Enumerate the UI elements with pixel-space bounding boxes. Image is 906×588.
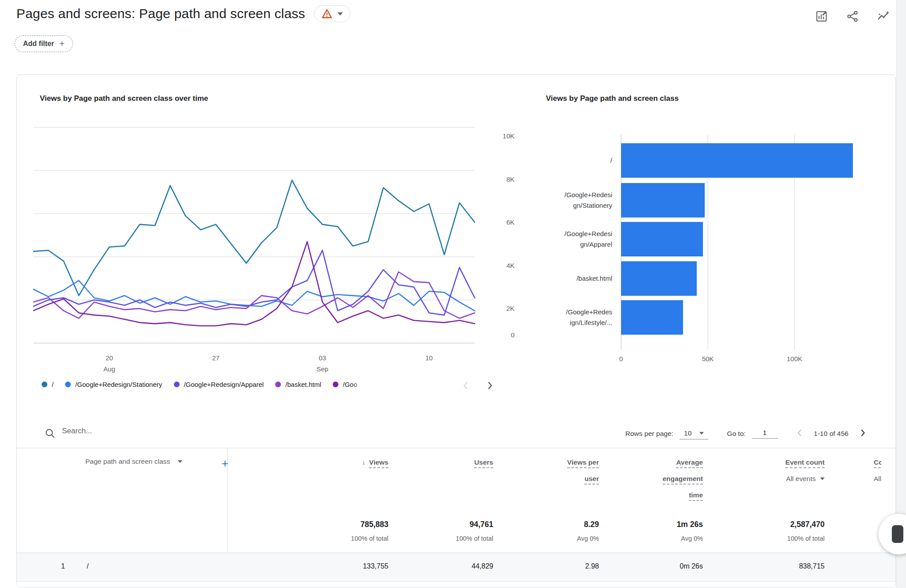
page-title: Pages and screens: Page path and screen … [16, 6, 305, 21]
legend-item[interactable]: /basket.html [275, 381, 321, 388]
legend-item[interactable]: /Google+Redesign/Apparel [174, 381, 264, 388]
line-chart [33, 119, 480, 367]
column-header-conversions[interactable]: Conversions All events [874, 454, 881, 487]
page-prev-button[interactable] [795, 428, 805, 440]
line-series [33, 281, 475, 311]
scrollbar-track[interactable] [896, 0, 906, 588]
line-chart-legend: //Google+Redesign/Stationery/Google+Rede… [42, 381, 365, 388]
row-users: 44,829 [472, 562, 493, 570]
column-header-users[interactable]: Users [474, 454, 493, 470]
bar [621, 300, 683, 335]
bar-category-label: /Google+Redesign/Lifestyle/... [566, 307, 612, 328]
rows-per-page-value: 10 [684, 429, 691, 437]
row-views: 133,755 [363, 562, 388, 570]
bar-category-label: /Google+Redesign/Stationery [564, 190, 612, 211]
table-search-row: Rows per page: 10 Go to: 1-10 of 456 [17, 420, 895, 448]
x-axis-tick: 20Aug [92, 352, 127, 374]
data-quality-button[interactable] [314, 5, 350, 22]
chevron-down-icon [820, 477, 825, 480]
table-pagination-controls: Rows per page: 10 Go to: 1-10 of 456 [626, 420, 868, 448]
go-to-label: Go to: [727, 430, 745, 438]
bar [621, 261, 697, 296]
ga4-pages-and-screens-report: Pages and screens: Page path and screen … [0, 0, 906, 588]
bar [621, 183, 705, 218]
chevron-down-icon [699, 432, 704, 435]
bar-category-label: /basket.html [576, 273, 612, 284]
y-axis-tick: 2K [479, 305, 514, 312]
report-header: Pages and screens: Page path and screen … [16, 5, 350, 22]
legend-item[interactable]: / [42, 381, 54, 388]
chevron-right-icon [484, 380, 495, 391]
report-card: Views by Page path and screen class over… [16, 74, 896, 588]
legend-item[interactable]: /Google+Redesign/Stationery [65, 381, 162, 388]
legend-label: /basket.html [285, 381, 321, 388]
x-axis-tick: 03Sep [305, 352, 340, 374]
plus-icon: + [59, 41, 65, 47]
totals-avg-engagement: 1m 26sAvg 0% [677, 520, 703, 542]
pagination-range: 1-10 of 456 [814, 430, 848, 438]
event-filter-label: All events [786, 470, 816, 487]
users-header-label: Users [474, 458, 493, 468]
y-axis-tick: 8K [479, 176, 514, 183]
legend-dot-icon [42, 382, 47, 387]
customize-report-button[interactable] [815, 10, 828, 23]
page-next-button[interactable] [857, 428, 868, 440]
add-secondary-dimension-button[interactable]: + [222, 457, 228, 470]
sort-descending-icon: ↓ [362, 458, 366, 466]
bar [621, 222, 703, 256]
chevron-down-icon [178, 460, 182, 463]
totals-users: 94,761100% of total [456, 520, 493, 542]
share-icon [846, 10, 859, 23]
totals-event-count: 2,587,470100% of total [787, 520, 825, 542]
y-axis-tick: 4K [479, 262, 514, 269]
rows-per-page-select[interactable]: 10 [680, 428, 708, 439]
table-row[interactable]: 1 / 133,755 44,829 2.98 0m 26s 838,715 [17, 553, 895, 582]
go-to-page-input[interactable] [752, 429, 778, 439]
totals-row: 785,883100% of total 94,761100% of total… [17, 514, 895, 553]
fab-glyph-icon [892, 525, 903, 543]
line-chart-title: Views by Page path and screen class over… [40, 94, 208, 103]
legend-dot-icon [65, 382, 71, 387]
column-header-avg-engagement[interactable]: Average engagement time [663, 454, 703, 503]
line-series [33, 272, 475, 318]
legend-item[interactable]: /Goo [333, 381, 365, 388]
x-axis-tick: 10 [411, 352, 447, 363]
legend-dot-icon [275, 382, 281, 387]
rows-per-page-label: Rows per page: [626, 430, 674, 438]
chevron-left-icon [795, 428, 805, 438]
totals-views-per-user: 8.29Avg 0% [577, 520, 599, 542]
chevron-down-icon [338, 12, 343, 15]
y-axis-tick: 6K [479, 218, 514, 226]
line-series [33, 242, 475, 326]
add-filter-button[interactable]: Add filter + [15, 35, 73, 52]
bar-x-axis-tick: 0 [603, 355, 639, 363]
bar-x-axis-tick: 50K [690, 355, 726, 363]
row-avg-engagement: 0m 26s [680, 562, 703, 570]
column-header-views-per-user[interactable]: Views per user [567, 454, 599, 487]
share-report-button[interactable] [846, 10, 859, 23]
y-axis-tick: 0 [479, 331, 514, 339]
column-header-event-count[interactable]: Event count All events [785, 454, 825, 487]
search-input[interactable] [62, 427, 221, 435]
legend-label: /Google+Redesign/Apparel [184, 381, 264, 388]
bar-chart-title: Views by Page path and screen class [546, 94, 679, 103]
customize-report-icon [815, 10, 828, 23]
bar-category-label: /Google+Redesign/Apparel [564, 229, 612, 250]
chevron-left-icon [460, 380, 472, 391]
column-header-views[interactable]: ↓Views [362, 454, 388, 470]
dimension-header-dropdown[interactable]: Page path and screen class [85, 458, 182, 466]
chevron-right-icon [857, 428, 868, 438]
legend-prev-button[interactable] [460, 380, 472, 393]
totals-views: 785,883100% of total [351, 520, 388, 542]
dimension-header-label: Page path and screen class [85, 458, 170, 466]
add-filter-label: Add filter [23, 40, 54, 48]
row-event-count: 838,715 [799, 562, 825, 570]
bar-category-label: / [610, 155, 612, 166]
row-number: 1 [61, 562, 65, 570]
insights-button[interactable] [877, 10, 890, 23]
report-toolbar [815, 10, 890, 23]
legend-next-button[interactable] [484, 380, 495, 393]
legend-dot-icon [174, 382, 180, 387]
x-axis-tick: 27 [198, 352, 234, 363]
bar-x-axis-tick: 100K [777, 355, 812, 363]
